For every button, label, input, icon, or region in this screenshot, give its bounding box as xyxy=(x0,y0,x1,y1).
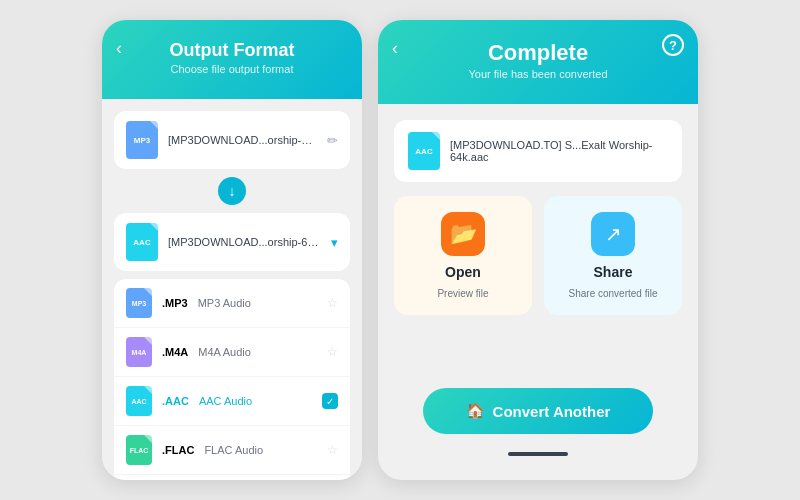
left-subtitle: Choose file output format xyxy=(118,63,346,75)
source-file-icon-label: MP3 xyxy=(134,136,150,145)
output-file-name: [MP3DOWNLOAD...orship-64k.AAC xyxy=(168,236,321,248)
format-icon-flac: FLAC xyxy=(126,435,152,465)
converted-file-icon: AAC xyxy=(408,132,440,170)
format-item-mp3[interactable]: MP3 .MP3 MP3 Audio ☆ xyxy=(114,279,350,328)
left-title: Output Format xyxy=(118,40,346,61)
star-icon-mp3[interactable]: ☆ xyxy=(327,296,338,310)
convert-another-button[interactable]: 🏠 Convert Another xyxy=(423,388,653,434)
right-body: AAC [MP3DOWNLOAD.TO] S...Exalt Worship-6… xyxy=(378,104,698,480)
format-item-m4a[interactable]: M4A .M4A M4A Audio ☆ xyxy=(114,328,350,377)
source-file-name: [MP3DOWNLOAD...orship-64k.MP3 xyxy=(168,134,317,146)
left-panel: ‹ Output Format Choose file output forma… xyxy=(102,20,362,480)
convert-another-label: Convert Another xyxy=(493,403,611,420)
convert-arrow: ↓ xyxy=(218,177,246,205)
open-action-desc: Preview file xyxy=(437,288,488,299)
format-full-mp3: MP3 Audio xyxy=(198,297,251,309)
output-file-icon-label: AAC xyxy=(133,238,150,247)
right-back-button[interactable]: ‹ xyxy=(392,38,398,59)
edit-icon[interactable]: ✏ xyxy=(327,133,338,148)
right-subtitle: Your file has been converted xyxy=(394,68,682,80)
format-icon-aac: AAC xyxy=(126,386,152,416)
format-full-flac: FLAC Audio xyxy=(204,444,263,456)
format-short-aac: .AAC xyxy=(162,395,189,407)
star-icon-m4a[interactable]: ☆ xyxy=(327,345,338,359)
format-icon-mp3: MP3 xyxy=(126,288,152,318)
home-indicator-right xyxy=(508,452,568,456)
format-list: MP3 .MP3 MP3 Audio ☆ M4A .M4A M4A Audio … xyxy=(114,279,350,480)
share-action-title: Share xyxy=(594,264,633,280)
format-short-mp3: .MP3 xyxy=(162,297,188,309)
dropdown-arrow-icon: ▾ xyxy=(331,235,338,250)
format-item-ogg[interactable]: OGG .OGG OGG Audio ☆ xyxy=(114,475,350,480)
format-full-aac: AAC Audio xyxy=(199,395,252,407)
app-container: ‹ Output Format Choose file output forma… xyxy=(0,0,800,500)
right-panel: ‹ ? Complete Your file has been converte… xyxy=(378,20,698,480)
format-item-aac[interactable]: AAC .AAC AAC Audio ✓ xyxy=(114,377,350,426)
spacer xyxy=(394,329,682,374)
share-action-icon: ↗ xyxy=(591,212,635,256)
right-header: ‹ ? Complete Your file has been converte… xyxy=(378,20,698,104)
action-row: 📂 Open Preview file ↗ Share Share conver… xyxy=(394,196,682,315)
converted-filename: [MP3DOWNLOAD.TO] S...Exalt Worship-64k.a… xyxy=(450,139,668,163)
star-icon-flac[interactable]: ☆ xyxy=(327,443,338,457)
left-back-button[interactable]: ‹ xyxy=(116,38,122,59)
format-short-flac: .FLAC xyxy=(162,444,194,456)
output-file-icon: AAC xyxy=(126,223,158,261)
home-icon: 🏠 xyxy=(466,402,485,420)
format-short-m4a: .M4A xyxy=(162,346,188,358)
help-button[interactable]: ? xyxy=(662,34,684,56)
open-action-card[interactable]: 📂 Open Preview file xyxy=(394,196,532,315)
left-body: MP3 [MP3DOWNLOAD...orship-64k.MP3 ✏ ↓ AA… xyxy=(102,99,362,480)
output-file-row[interactable]: AAC [MP3DOWNLOAD...orship-64k.AAC ▾ xyxy=(114,213,350,271)
source-file-icon: MP3 xyxy=(126,121,158,159)
format-item-flac[interactable]: FLAC .FLAC FLAC Audio ☆ xyxy=(114,426,350,475)
open-action-title: Open xyxy=(445,264,481,280)
open-action-icon: 📂 xyxy=(441,212,485,256)
share-action-card[interactable]: ↗ Share Share converted file xyxy=(544,196,682,315)
source-file-row: MP3 [MP3DOWNLOAD...orship-64k.MP3 ✏ xyxy=(114,111,350,169)
arrow-down-icon: ↓ xyxy=(229,183,236,199)
format-full-m4a: M4A Audio xyxy=(198,346,251,358)
format-icon-m4a: M4A xyxy=(126,337,152,367)
left-header: ‹ Output Format Choose file output forma… xyxy=(102,20,362,99)
right-title: Complete xyxy=(394,40,682,66)
converted-file-row: AAC [MP3DOWNLOAD.TO] S...Exalt Worship-6… xyxy=(394,120,682,182)
share-action-desc: Share converted file xyxy=(569,288,658,299)
check-icon-aac: ✓ xyxy=(322,393,338,409)
converted-icon-label: AAC xyxy=(415,147,432,156)
